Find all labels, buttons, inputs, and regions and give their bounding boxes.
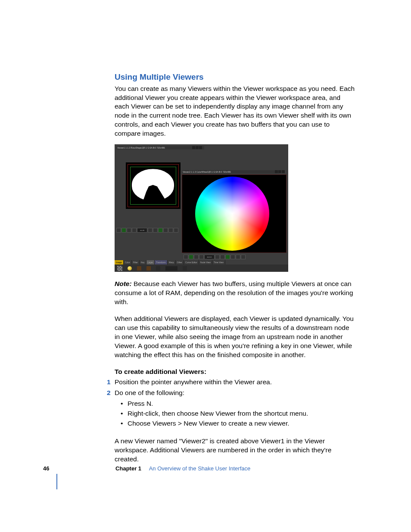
intro-paragraph: You can create as many Viewers within th…	[115, 84, 356, 139]
bullet-text: Press N.	[128, 400, 153, 407]
node-icon	[156, 266, 160, 271]
shelf-icon	[116, 228, 121, 233]
sphere-icon	[128, 266, 132, 271]
viewer1-canvas	[126, 162, 181, 209]
step-number: 1	[107, 378, 111, 387]
shelf-icon	[174, 228, 178, 233]
bullet-item: • Choose Viewers > New Viewer to create …	[120, 419, 356, 428]
shelf-icon	[199, 255, 204, 259]
tab-warp: Warp	[168, 260, 176, 264]
step-2: 2 Do one of the following:	[115, 389, 356, 398]
tab-color: Color	[124, 260, 132, 264]
body-paragraph: When additional Viewers are displayed, e…	[115, 314, 356, 360]
minimize-icon	[192, 146, 195, 149]
close-icon	[282, 170, 285, 173]
tab-layer: Layer	[146, 260, 155, 264]
tab-other: Other	[176, 260, 184, 264]
shelf-icon	[236, 255, 240, 259]
viewer1-shelf: scrub	[116, 228, 178, 233]
shelf-icon	[168, 228, 173, 233]
shelf-icon	[194, 255, 199, 259]
tab-curve-editor: Curve Editor	[184, 260, 199, 264]
page-content: Using Multiple Viewers You can create as…	[115, 72, 356, 464]
tab-node-view: Node View	[199, 260, 212, 264]
chapter-label: Chapter 1	[115, 465, 141, 472]
tab-bar: Image Color Filter Key Layer Transform W…	[115, 260, 288, 264]
step-text: Do one of the following:	[115, 389, 184, 396]
shelf-icon	[189, 255, 193, 259]
shelf-icon	[163, 228, 168, 233]
bullet-item: • Press N.	[120, 399, 356, 408]
shelf-icon	[153, 228, 158, 233]
shelf-icon	[241, 255, 246, 259]
checker-icon	[117, 266, 122, 271]
shelf-icon	[220, 255, 225, 259]
node-strip	[115, 264, 288, 272]
viewer1-window-controls	[192, 146, 202, 149]
step-1: 1 Position the pointer anywhere within t…	[115, 378, 356, 387]
minimize-icon	[275, 170, 278, 173]
maximize-icon	[196, 146, 199, 149]
bullet-icon: •	[121, 419, 123, 428]
node-icon	[137, 266, 141, 271]
shelf-icon	[127, 228, 131, 233]
page-number: 46	[43, 465, 49, 472]
shelf-label: scrub	[137, 228, 147, 233]
chapter-title: An Overview of the Shake User Interface	[149, 465, 251, 472]
colorwheel-icon	[195, 177, 269, 251]
shelf-icon	[132, 228, 137, 233]
tab-filter: Filter	[132, 260, 140, 264]
maximize-icon	[278, 170, 281, 173]
shelf-label: sketch	[204, 255, 215, 259]
bullet-item: • Right-click, then choose New Viewer fr…	[120, 409, 356, 418]
shelf-icon	[225, 255, 230, 259]
shelf-icon	[184, 255, 188, 259]
node-icon	[165, 266, 177, 271]
note-body: Because each Viewer has two buffers, usi…	[115, 280, 353, 305]
node-icon	[183, 266, 187, 271]
viewer2-window-controls	[275, 170, 285, 173]
step-text: Position the pointer anywhere within the…	[115, 378, 272, 386]
viewer2-titlebar: Viewer2 1:1.3 ColorWheel1|R:1 G:0A B:0 7…	[182, 170, 279, 174]
bullet-text: Right-click, then choose New Viewer from…	[128, 410, 308, 417]
bullet-text: Choose Viewers > New Viewer to create a …	[128, 420, 290, 427]
tab-image: Image	[115, 260, 124, 264]
shelf-icon	[121, 228, 126, 233]
section-heading: Using Multiple Viewers	[115, 72, 356, 83]
note-label: Note:	[115, 280, 132, 287]
closing-paragraph: A new Viewer named "Viewer2" is created …	[115, 437, 356, 464]
shelf-icon	[148, 228, 153, 233]
bullet-icon: •	[121, 409, 123, 418]
shelf-icon	[230, 255, 235, 259]
step-number: 2	[107, 389, 111, 398]
viewer1-titlebar: Viewer1 1:1.3 RotoShape1|R:1 G:0A B:0 72…	[116, 146, 204, 149]
node-icon	[146, 266, 151, 271]
page-footer: 46 Chapter 1 An Overview of the Shake Us…	[43, 465, 345, 473]
tab-time-view: Time View	[212, 260, 225, 264]
embedded-screenshot: Viewer1 1:1.3 RotoShape1|R:1 G:0A B:0 72…	[115, 144, 288, 272]
note-paragraph: Note: Because each Viewer has two buffer…	[115, 280, 356, 307]
tab-transform: Transform	[155, 260, 168, 264]
shelf-icon	[215, 255, 220, 259]
footer-rule	[56, 474, 57, 489]
steps-heading: To create additional Viewers:	[115, 367, 356, 376]
tab-key: Key	[140, 260, 146, 264]
viewer2-canvas	[182, 174, 286, 253]
bullet-icon: •	[121, 399, 123, 408]
shelf-icon	[158, 228, 163, 233]
close-icon	[199, 146, 202, 149]
viewer2-shelf: sketch	[184, 255, 246, 259]
